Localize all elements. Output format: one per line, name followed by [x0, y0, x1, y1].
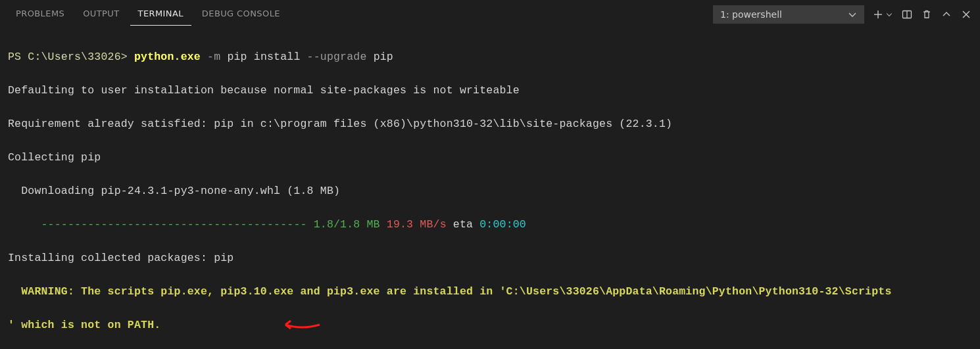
terminal-line: ----------------------------------------…	[8, 216, 972, 233]
flag: --upgrade	[307, 51, 367, 63]
tab-problems[interactable]: PROBLEMS	[8, 3, 72, 26]
warning-line: WARNING: The scripts pip.exe, pip3.10.ex…	[8, 283, 972, 300]
split-terminal-button[interactable]	[901, 9, 913, 20]
arg: pip	[367, 51, 393, 63]
eta-label: eta	[447, 218, 480, 231]
prompt: PS C:\Users\33026>	[8, 51, 134, 63]
terminal-line: Installing collected packages: pip	[8, 250, 972, 267]
progress-size: 1.8/1.8 MB	[314, 218, 387, 231]
tab-debug-console[interactable]: DEBUG CONSOLE	[194, 3, 288, 26]
chevron-down-icon	[846, 9, 858, 20]
progress-speed: 19.3 MB/s	[387, 218, 447, 231]
eta-value: 0:00:00	[479, 218, 526, 231]
maximize-panel-button[interactable]	[941, 9, 952, 20]
terminal-line: Requirement already satisfied: pip in c:…	[8, 116, 972, 133]
kill-terminal-button[interactable]	[921, 9, 933, 20]
terminal-line: Downloading pip-24.3.1-py3-none-any.whl …	[8, 183, 972, 200]
shell-selector[interactable]: 1: powershell	[713, 5, 864, 24]
tab-terminal[interactable]: TERMINAL	[130, 3, 191, 26]
panel-tabs: PROBLEMS OUTPUT TERMINAL DEBUG CONSOLE	[8, 3, 288, 26]
new-terminal-button[interactable]	[872, 9, 884, 20]
terminal-controls: 1: powershell	[713, 5, 972, 24]
pad	[8, 218, 41, 231]
terminal-line: Defaulting to user installation because …	[8, 82, 972, 99]
arg: pip install	[220, 51, 306, 63]
command: python.exe	[134, 51, 201, 63]
progress-bar: ----------------------------------------	[41, 218, 314, 231]
flag: -m	[201, 51, 220, 63]
tab-output[interactable]: OUTPUT	[75, 3, 127, 26]
terminal-line: Collecting pip	[8, 149, 972, 166]
shell-selector-label: 1: powershell	[720, 9, 782, 20]
terminal-line: PS C:\Users\33026> python.exe -m pip ins…	[8, 49, 972, 66]
chevron-down-icon[interactable]	[885, 9, 893, 20]
close-panel-button[interactable]	[960, 9, 972, 20]
terminal-output[interactable]: PS C:\Users\33026> python.exe -m pip ins…	[0, 29, 980, 349]
warning-line: ' which is not on PATH.	[8, 317, 972, 334]
panel-header: PROBLEMS OUTPUT TERMINAL DEBUG CONSOLE 1…	[0, 0, 980, 29]
